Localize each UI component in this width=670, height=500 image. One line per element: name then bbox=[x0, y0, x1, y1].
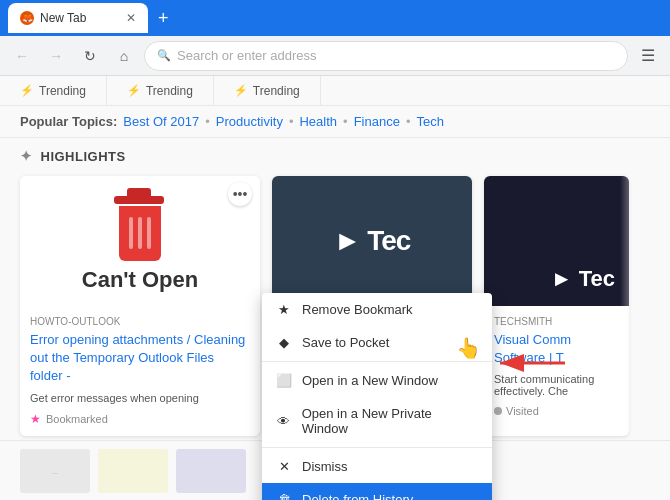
refresh-button[interactable]: ↻ bbox=[76, 42, 104, 70]
private-window-icon: 👁 bbox=[276, 414, 292, 429]
card-3[interactable]: ► Tec TECHSMITH Visual Comm Software | T… bbox=[484, 176, 629, 436]
highlights-header: ✦ HIGHLIGHTS bbox=[20, 148, 650, 164]
sparkle-icon: ✦ bbox=[20, 148, 33, 164]
menu-label-remove-bookmark: Remove Bookmark bbox=[302, 302, 413, 317]
close-tab-button[interactable]: ✕ bbox=[126, 11, 136, 25]
menu-divider-1 bbox=[262, 361, 492, 362]
dot-separator-2: • bbox=[289, 114, 294, 129]
browser-chrome: 🦊 New Tab ✕ + bbox=[0, 0, 670, 36]
tab-bar: 🦊 New Tab ✕ + bbox=[8, 3, 175, 33]
cant-open-illustration: Can't Open bbox=[20, 176, 260, 306]
menu-label-dismiss: Dismiss bbox=[302, 459, 348, 474]
bolt-icon-3: ⚡ bbox=[234, 84, 248, 97]
star-icon: ★ bbox=[276, 302, 292, 317]
trending-item-1[interactable]: ⚡ Trending bbox=[0, 76, 107, 105]
cant-open-text: Can't Open bbox=[82, 267, 198, 293]
dismiss-icon: ✕ bbox=[276, 459, 292, 474]
active-tab[interactable]: 🦊 New Tab ✕ bbox=[8, 3, 148, 33]
bottom-thumb-3 bbox=[176, 449, 246, 493]
card-3-image: ► Tec bbox=[484, 176, 629, 306]
trending-label-1: Trending bbox=[39, 84, 86, 98]
delete-icon: 🗑 bbox=[276, 492, 292, 500]
dot-separator-4: • bbox=[406, 114, 411, 129]
trending-label-2: Trending bbox=[146, 84, 193, 98]
topic-health[interactable]: Health bbox=[299, 114, 337, 129]
menu-item-remove-bookmark[interactable]: ★ Remove Bookmark bbox=[262, 293, 492, 326]
tab-title: New Tab bbox=[40, 11, 120, 25]
topic-finance[interactable]: Finance bbox=[354, 114, 400, 129]
visited-label-3: Visited bbox=[506, 405, 539, 417]
menu-item-private-window[interactable]: 👁 Open in a New Private Window bbox=[262, 397, 492, 445]
card-more-options-button[interactable]: ••• bbox=[228, 182, 252, 206]
menu-label-private-window: Open in a New Private Window bbox=[302, 406, 478, 436]
cursor-pointer: 👆 bbox=[456, 336, 481, 360]
visited-dot-3 bbox=[494, 407, 502, 415]
red-arrow bbox=[490, 348, 570, 382]
back-button[interactable]: ← bbox=[8, 42, 36, 70]
card-1-source: HOWTO-OUTLOOK bbox=[30, 316, 250, 327]
address-placeholder: Search or enter address bbox=[177, 48, 316, 63]
card-1-image: Can't Open ••• bbox=[20, 176, 260, 306]
topics-label: Popular Topics: bbox=[20, 114, 117, 129]
context-menu: ★ Remove Bookmark ◆ Save to Pocket ⬜ Ope… bbox=[262, 293, 492, 500]
bookmark-icon: ★ bbox=[30, 412, 41, 426]
bookmarked-label: Bookmarked bbox=[46, 413, 108, 425]
browser-menu-button[interactable]: ☰ bbox=[634, 42, 662, 70]
new-window-icon: ⬜ bbox=[276, 373, 292, 388]
card-1-description: Get error messages when opening bbox=[30, 392, 250, 404]
card-1[interactable]: Can't Open ••• HOWTO-OUTLOOK Error openi… bbox=[20, 176, 260, 436]
trending-label-3: Trending bbox=[253, 84, 300, 98]
menu-label-new-window: Open in a New Window bbox=[302, 373, 438, 388]
card-1-body: HOWTO-OUTLOOK Error opening attachments … bbox=[20, 306, 260, 436]
card-1-title[interactable]: Error opening attachments / Cleaning out… bbox=[30, 331, 250, 386]
card-3-source: TECHSMITH bbox=[494, 316, 619, 327]
card-2-image: ► Tec bbox=[272, 176, 472, 306]
menu-label-save-pocket: Save to Pocket bbox=[302, 335, 389, 350]
menu-item-delete-history[interactable]: 🗑 Delete from History bbox=[262, 483, 492, 500]
forward-button[interactable]: → bbox=[42, 42, 70, 70]
topic-best-of-2017[interactable]: Best Of 2017 bbox=[123, 114, 199, 129]
menu-label-delete-history: Delete from History bbox=[302, 492, 413, 500]
tab-favicon: 🦊 bbox=[20, 11, 34, 25]
card-1-footer: ★ Bookmarked bbox=[30, 412, 250, 426]
home-button[interactable]: ⌂ bbox=[110, 42, 138, 70]
dot-separator-1: • bbox=[205, 114, 210, 129]
menu-item-dismiss[interactable]: ✕ Dismiss bbox=[262, 450, 492, 483]
bottom-thumb-1: ... bbox=[20, 449, 90, 493]
address-bar[interactable]: 🔍 Search or enter address bbox=[144, 41, 628, 71]
trending-item-3[interactable]: ⚡ Trending bbox=[214, 76, 321, 105]
nav-bar: ← → ↻ ⌂ 🔍 Search or enter address ☰ bbox=[0, 36, 670, 76]
card-3-visited: Visited bbox=[494, 405, 619, 417]
bottom-thumb-2 bbox=[98, 449, 168, 493]
topic-productivity[interactable]: Productivity bbox=[216, 114, 283, 129]
new-tab-button[interactable]: + bbox=[152, 8, 175, 29]
topic-tech[interactable]: Tech bbox=[416, 114, 443, 129]
lock-icon: 🔍 bbox=[157, 49, 171, 62]
techsmith-logo: ► Tec bbox=[334, 225, 411, 257]
main-content: ✦ HIGHLIGHTS bbox=[0, 138, 670, 446]
bolt-icon-1: ⚡ bbox=[20, 84, 34, 97]
menu-item-new-window[interactable]: ⬜ Open in a New Window bbox=[262, 364, 492, 397]
trending-bar: ⚡ Trending ⚡ Trending ⚡ Trending bbox=[0, 76, 670, 106]
highlights-title: HIGHLIGHTS bbox=[41, 149, 126, 164]
topics-bar: Popular Topics: Best Of 2017 • Productiv… bbox=[0, 106, 670, 138]
menu-divider-2 bbox=[262, 447, 492, 448]
pocket-icon: ◆ bbox=[276, 335, 292, 350]
trending-item-2[interactable]: ⚡ Trending bbox=[107, 76, 214, 105]
dot-separator-3: • bbox=[343, 114, 348, 129]
bolt-icon-2: ⚡ bbox=[127, 84, 141, 97]
